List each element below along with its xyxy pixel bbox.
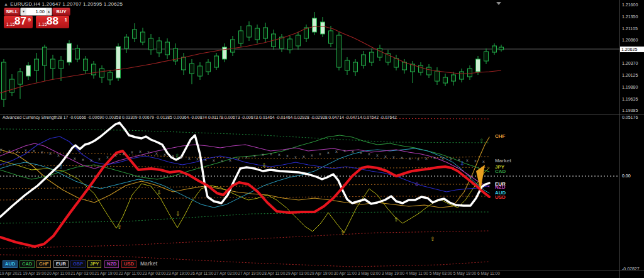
- currency-tag-cad: CAD: [495, 169, 506, 174]
- svg-text:⇧: ⇧: [394, 216, 399, 223]
- time-axis-label: 5 May 03:00: [430, 271, 452, 275]
- svg-text:x: x: [450, 157, 452, 162]
- time-axis-label: 27 Apr 03:00: [214, 271, 237, 275]
- market-label: Market: [140, 260, 157, 267]
- price-scale-label: 1.21105: [622, 26, 638, 31]
- price-scale-label: 1.21600: [622, 3, 638, 7]
- buy-price-button[interactable]: 1.15 88 1: [36, 16, 69, 28]
- price-scale-label: 1.19385: [622, 108, 638, 113]
- currency-toggle-usd[interactable]: USD: [121, 260, 136, 268]
- svg-text:x: x: [65, 155, 68, 160]
- svg-text:⇩: ⇩: [262, 162, 267, 169]
- svg-text:x: x: [57, 153, 60, 158]
- svg-text:x: x: [25, 148, 27, 153]
- svg-text:x: x: [262, 152, 264, 157]
- time-axis-label: 23 Apr 19:00: [166, 271, 189, 275]
- svg-text:x: x: [311, 153, 313, 158]
- volume-value[interactable]: 1.00: [26, 9, 46, 14]
- time-axis-label: 5 May 19:00: [453, 271, 476, 275]
- svg-text:x: x: [196, 157, 199, 162]
- svg-text:⇧: ⇧: [58, 164, 64, 170]
- currency-toggle-eur[interactable]: EUR: [53, 260, 69, 268]
- buy-price-prefix: 1.15: [38, 22, 47, 26]
- timeaxis-separator: [0, 270, 644, 270]
- svg-text:x: x: [245, 155, 248, 160]
- currency-toggle-chf[interactable]: CHF: [36, 260, 51, 268]
- svg-text:x: x: [74, 156, 76, 161]
- time-axis-label: 3 May 19:00: [382, 271, 404, 275]
- time-axis-label: 21 Apr 03:00: [70, 271, 94, 275]
- svg-text:x: x: [286, 153, 289, 158]
- sell-price-big: 87: [14, 15, 26, 28]
- svg-text:⇧: ⇧: [340, 230, 345, 236]
- svg-text:x: x: [221, 158, 223, 164]
- svg-text:x: x: [335, 149, 338, 154]
- mt4-window: xxxxxxxxxxxxxxxxxxxxxxxxxxxxxxxxxxxxxxxx…: [0, 0, 644, 278]
- svg-text:x: x: [82, 157, 84, 162]
- chart-canvas[interactable]: xxxxxxxxxxxxxxxxxxxxxxxxxxxxxxxxxxxxxxxx…: [0, 0, 644, 278]
- svg-text:x: x: [98, 157, 101, 162]
- svg-text:x: x: [278, 152, 280, 157]
- time-axis-label: 19 Apr 19:00: [23, 271, 46, 275]
- candles-layer: [2, 12, 504, 107]
- svg-text:x: x: [392, 155, 395, 160]
- svg-text:x: x: [213, 158, 215, 163]
- time-axis-label: 4 May 11:00: [406, 271, 428, 275]
- time-axis-label: 3 May 03:00: [358, 271, 380, 275]
- svg-text:x: x: [114, 153, 117, 158]
- svg-text:x: x: [368, 152, 370, 157]
- svg-text:x: x: [409, 156, 411, 161]
- ohlc-values: 1.20647 1.20707 1.20595 1.20625: [42, 1, 123, 7]
- svg-text:x: x: [376, 153, 379, 158]
- chart-shift-icon: [496, 2, 501, 5]
- time-axis-label: 23 Apr 03:00: [142, 271, 165, 275]
- svg-text:⇩: ⇩: [157, 189, 162, 196]
- quote-header: ▲EURUSD,H4 1.20647 1.20707 1.20595 1.206…: [4, 1, 123, 7]
- svg-text:⇩: ⇩: [460, 160, 465, 167]
- svg-text:x: x: [417, 157, 419, 162]
- price-scale-label: 1.20125: [622, 73, 638, 77]
- time-axis-label: 27 Apr 19:00: [238, 271, 261, 275]
- svg-text:x: x: [352, 149, 354, 154]
- svg-text:x: x: [270, 152, 272, 157]
- price-scale-label: 1.20860: [622, 38, 638, 42]
- svg-text:x: x: [253, 153, 256, 158]
- buy-price-big: 88: [47, 15, 58, 28]
- price-scale-label: 1.19880: [622, 85, 638, 89]
- currency-toggle-jpy[interactable]: JPY: [87, 260, 101, 268]
- currency-tag-market: Market: [495, 158, 511, 164]
- sell-price-sup: 9: [28, 17, 31, 23]
- level-red-lower-1: [0, 231, 489, 248]
- svg-text:x: x: [180, 155, 182, 160]
- svg-text:x: x: [8, 148, 11, 153]
- svg-text:x: x: [172, 153, 174, 158]
- time-axis-label: 21 Apr 19:00: [94, 271, 118, 275]
- currency-tag-chf: CHF: [495, 133, 505, 139]
- currency-toggle-cad[interactable]: CAD: [19, 260, 35, 268]
- svg-text:x: x: [360, 150, 362, 155]
- svg-text:x: x: [155, 151, 158, 156]
- svg-text:x: x: [0, 147, 3, 152]
- volume-increase-button[interactable]: ▴: [46, 8, 52, 15]
- sell-price-button[interactable]: 1.15 87 9: [4, 16, 33, 28]
- time-axis-label: 6 May 11:00: [477, 271, 500, 275]
- svg-text:x: x: [425, 156, 428, 161]
- indicator-scale-label: 0.00: [622, 174, 631, 178]
- svg-text:x: x: [49, 151, 52, 156]
- currency-toggle-nzd[interactable]: NZD: [104, 260, 119, 268]
- svg-text:x: x: [147, 150, 150, 155]
- scale-border: [619, 0, 620, 278]
- currency-toggle-gbp[interactable]: GBP: [70, 260, 86, 268]
- time-axis-label: 22 Apr 11:00: [119, 271, 142, 275]
- svg-text:x: x: [164, 152, 166, 157]
- currency-tag-nzd: NZD: [495, 184, 505, 190]
- currency-toggle-aud[interactable]: AUD: [3, 260, 18, 268]
- svg-text:x: x: [466, 158, 469, 163]
- svg-text:x: x: [33, 148, 35, 153]
- currency-tag-usd: USD: [495, 194, 506, 200]
- panel-separator[interactable]: [0, 114, 644, 114]
- svg-text:⇧: ⇧: [175, 153, 180, 159]
- svg-text:x: x: [319, 152, 321, 157]
- one-click-trading-panel: SELL ▾ 1.00 ▴ BUY 1.15 87 9 1.15 88 1: [4, 8, 70, 28]
- volume-decrease-button[interactable]: ▾: [21, 8, 26, 15]
